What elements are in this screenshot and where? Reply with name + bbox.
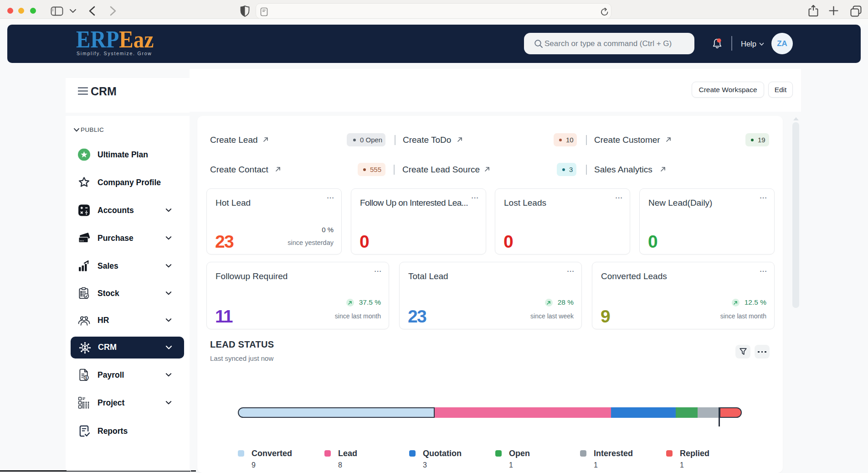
svg-text:$: $ [85, 376, 87, 380]
